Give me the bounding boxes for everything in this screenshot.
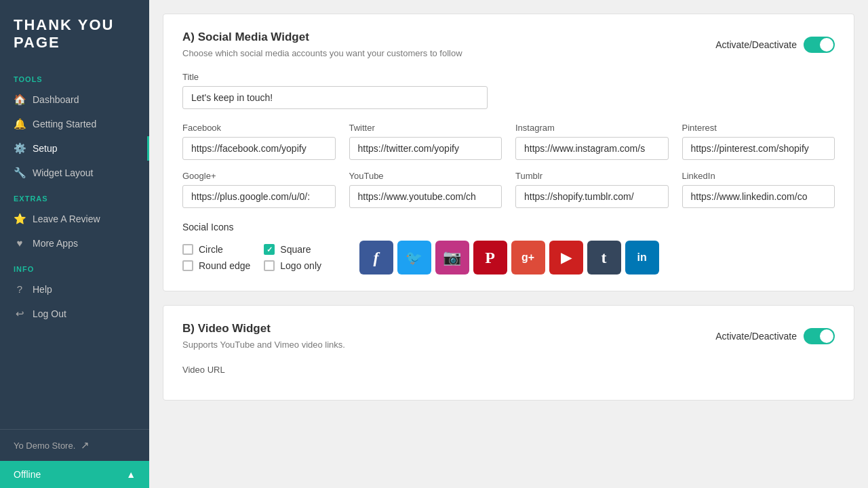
video-url-label: Video URL: [182, 365, 225, 375]
youtube-field: YouTube: [349, 171, 502, 208]
video-section-header-left: B) Video Widget Supports YouTube and Vim…: [182, 322, 345, 350]
round-edge-checkbox[interactable]: [182, 260, 193, 271]
extras-section-label: Extras: [0, 185, 149, 207]
pinterest-icon-preview[interactable]: P: [473, 241, 507, 274]
sidebar-item-label: More Apps: [33, 238, 78, 249]
sidebar-item-setup[interactable]: ⚙️ Setup: [0, 136, 149, 161]
section-header-left: A) Social Media Widget Choose which soci…: [182, 30, 462, 58]
video-section-desc: Supports YouTube and Vimeo video links.: [182, 340, 345, 350]
main-content: A) Social Media Widget Choose which soci…: [149, 0, 868, 488]
youtube-label: YouTube: [349, 171, 502, 181]
section-header: A) Social Media Widget Choose which soci…: [182, 30, 835, 58]
square-label: Square: [280, 244, 311, 255]
square-checkbox[interactable]: [264, 244, 275, 255]
circle-checkbox[interactable]: [182, 244, 193, 255]
title-input[interactable]: [182, 86, 488, 109]
facebook-icon-preview[interactable]: f: [359, 241, 393, 274]
instagram-field: Instagram: [515, 123, 669, 160]
logo-only-checkbox[interactable]: [264, 260, 275, 271]
social-icons-section: Social Icons Circle Square Round edge: [182, 222, 835, 274]
video-section-title: B) Video Widget: [182, 322, 345, 336]
wrench-icon: 🔧: [14, 167, 26, 179]
icon-options: Circle Square Round edge Logo only: [182, 244, 332, 271]
activate-toggle-wrap: Activate/Deactivate: [715, 37, 835, 53]
circle-option[interactable]: Circle: [182, 244, 250, 255]
linkedin-field: LinkedIn: [682, 171, 835, 208]
logo-only-label: Logo only: [280, 260, 321, 271]
logout-icon: ↩: [14, 308, 26, 320]
google-input[interactable]: [182, 185, 336, 208]
round-edge-option[interactable]: Round edge: [182, 260, 250, 271]
tools-section-label: Tools: [0, 66, 149, 87]
sidebar-item-leave-review[interactable]: ⭐ Leave A Review: [0, 207, 149, 231]
external-link-icon[interactable]: ↗: [81, 439, 90, 451]
youtube-icon-preview[interactable]: ▶: [549, 241, 583, 274]
sidebar-logo: THANK YOU PAGE: [0, 0, 149, 66]
video-activate-toggle-wrap: Activate/Deactivate: [715, 328, 835, 344]
linkedin-icon-preview[interactable]: in: [625, 241, 659, 274]
sidebar-item-more-apps[interactable]: ♥ More Apps: [0, 231, 149, 256]
linkedin-label: LinkedIn: [682, 171, 835, 181]
sidebar-item-label: Dashboard: [33, 94, 79, 105]
store-name: Yo Demo Store.: [14, 441, 75, 451]
tumblr-icon-preview[interactable]: t: [587, 241, 621, 274]
store-row: Yo Demo Store. ↗: [0, 429, 149, 461]
sidebar-item-dashboard[interactable]: 🏠 Dashboard: [0, 87, 149, 112]
linkedin-input[interactable]: [682, 185, 835, 208]
info-section-label: Info: [0, 256, 149, 277]
section-title: A) Social Media Widget: [182, 30, 462, 44]
social-media-widget-card: A) Social Media Widget Choose which soci…: [163, 14, 854, 291]
tumblr-field: Tumblr: [515, 171, 669, 208]
star-icon: ⭐: [14, 213, 26, 225]
video-activate-toggle[interactable]: [804, 328, 835, 344]
facebook-label: Facebook: [182, 123, 336, 133]
bell-icon: 🔔: [14, 118, 26, 130]
tumblr-label: Tumblr: [515, 171, 669, 181]
sidebar-item-getting-started[interactable]: 🔔 Getting Started: [0, 112, 149, 136]
logo-only-option[interactable]: Logo only: [264, 260, 332, 271]
facebook-field: Facebook: [182, 123, 336, 160]
sidebar-item-help[interactable]: ? Help: [0, 277, 149, 302]
video-url-placeholder: Video URL: [182, 363, 835, 384]
instagram-icon-preview[interactable]: 📷: [435, 241, 469, 274]
tumblr-input[interactable]: [515, 185, 669, 208]
home-icon: 🏠: [14, 94, 26, 106]
sidebar-item-label: Leave A Review: [33, 214, 100, 224]
sidebar-item-label: Setup: [33, 143, 58, 154]
pinterest-field: Pinterest: [682, 123, 835, 160]
video-activate-label: Activate/Deactivate: [715, 331, 797, 342]
social-icons-label: Social Icons: [182, 222, 835, 232]
social-icons-row: Circle Square Round edge Logo only: [182, 241, 835, 274]
activate-label: Activate/Deactivate: [715, 39, 797, 50]
facebook-input[interactable]: [182, 137, 336, 160]
video-section-header: B) Video Widget Supports YouTube and Vim…: [182, 322, 835, 350]
heart-icon: ♥: [14, 237, 26, 249]
google-field: Google+: [182, 171, 336, 208]
title-field-label: Title: [182, 72, 835, 82]
gear-icon: ⚙️: [14, 142, 26, 155]
twitter-icon-preview[interactable]: 🐦: [397, 241, 431, 274]
title-field-group: Title: [182, 72, 835, 109]
activate-toggle[interactable]: [804, 37, 835, 53]
social-icons-preview: f 🐦 📷 P g+ ▶ t in: [359, 241, 659, 274]
pinterest-input[interactable]: [682, 137, 835, 160]
sidebar-item-widget-layout[interactable]: 🔧 Widget Layout: [0, 161, 149, 185]
round-edge-label: Round edge: [199, 260, 250, 271]
question-icon: ?: [14, 283, 26, 296]
video-widget-card: B) Video Widget Supports YouTube and Vim…: [163, 305, 854, 401]
square-option[interactable]: Square: [264, 244, 332, 255]
instagram-input[interactable]: [515, 137, 669, 160]
sidebar-item-label: Help: [33, 284, 52, 295]
youtube-input[interactable]: [349, 185, 502, 208]
sidebar-item-log-out[interactable]: ↩ Log Out: [0, 302, 149, 326]
twitter-field: Twitter: [349, 123, 502, 160]
sidebar-item-label: Widget Layout: [33, 167, 94, 178]
social-url-grid: Facebook Twitter Instagram Pinterest Goo…: [182, 123, 835, 208]
section-desc: Choose which social media accounts you w…: [182, 48, 462, 58]
twitter-input[interactable]: [349, 137, 502, 160]
sidebar: THANK YOU PAGE Tools 🏠 Dashboard 🔔 Getti…: [0, 0, 149, 488]
google-icon-preview[interactable]: g+: [511, 241, 545, 274]
offline-bar[interactable]: Offline ▲: [0, 461, 149, 488]
sidebar-item-label: Getting Started: [33, 119, 96, 129]
instagram-label: Instagram: [515, 123, 669, 133]
